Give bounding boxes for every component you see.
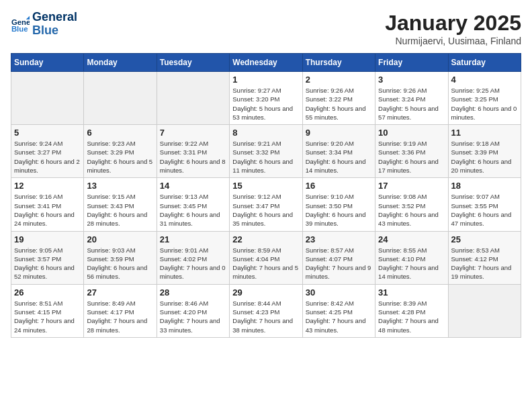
day-info: Sunrise: 9:22 AM Sunset: 3:31 PM Dayligh…: [160, 139, 226, 175]
weekday-header: Thursday: [302, 54, 375, 72]
calendar-cell: 22Sunrise: 8:59 AM Sunset: 4:04 PM Dayli…: [230, 231, 302, 284]
day-number: 31: [378, 287, 445, 298]
weekday-header: Sunday: [11, 54, 84, 72]
calendar-cell: [448, 284, 521, 337]
day-info: Sunrise: 8:55 AM Sunset: 4:10 PM Dayligh…: [378, 246, 445, 281]
day-number: 13: [87, 181, 153, 191]
calendar-cell: 5Sunrise: 9:24 AM Sunset: 3:27 PM Daylig…: [11, 125, 84, 178]
calendar-week-row: 12Sunrise: 9:16 AM Sunset: 3:41 PM Dayli…: [11, 178, 521, 231]
day-number: 24: [378, 234, 445, 244]
calendar-cell: 18Sunrise: 9:07 AM Sunset: 3:55 PM Dayli…: [448, 178, 521, 231]
calendar-cell: 19Sunrise: 9:05 AM Sunset: 3:57 PM Dayli…: [11, 231, 84, 284]
weekday-header: Wednesday: [230, 54, 302, 72]
logo-text-line2: Blue: [32, 24, 77, 38]
calendar-cell: 16Sunrise: 9:10 AM Sunset: 3:50 PM Dayli…: [302, 178, 375, 231]
day-number: 4: [451, 75, 518, 85]
weekday-header: Friday: [375, 54, 448, 72]
calendar-cell: 28Sunrise: 8:46 AM Sunset: 4:20 PM Dayli…: [157, 284, 229, 337]
day-number: 17: [378, 181, 445, 191]
calendar-week-row: 1Sunrise: 9:27 AM Sunset: 3:20 PM Daylig…: [11, 72, 521, 125]
calendar-cell: 20Sunrise: 9:03 AM Sunset: 3:59 PM Dayli…: [84, 231, 157, 284]
day-number: 6: [87, 128, 153, 138]
day-number: 23: [306, 234, 372, 244]
weekday-header: Saturday: [448, 54, 521, 72]
day-info: Sunrise: 8:42 AM Sunset: 4:25 PM Dayligh…: [306, 299, 372, 334]
day-number: 22: [232, 234, 299, 244]
day-info: Sunrise: 9:08 AM Sunset: 3:52 PM Dayligh…: [378, 192, 445, 228]
day-number: 25: [451, 234, 518, 244]
day-number: 30: [306, 287, 372, 298]
calendar-cell: 23Sunrise: 8:57 AM Sunset: 4:07 PM Dayli…: [302, 231, 375, 284]
day-info: Sunrise: 9:19 AM Sunset: 3:36 PM Dayligh…: [378, 139, 445, 175]
page-header: General Blue General Blue January 2025 N…: [11, 11, 521, 46]
day-number: 29: [232, 287, 299, 298]
calendar-cell: [11, 72, 84, 125]
title-area: January 2025 Nurmijaervi, Uusimaa, Finla…: [385, 11, 521, 46]
day-info: Sunrise: 9:25 AM Sunset: 3:25 PM Dayligh…: [451, 86, 518, 122]
day-info: Sunrise: 9:27 AM Sunset: 3:20 PM Dayligh…: [232, 86, 299, 122]
calendar-cell: 29Sunrise: 8:44 AM Sunset: 4:23 PM Dayli…: [230, 284, 302, 337]
day-info: Sunrise: 9:07 AM Sunset: 3:55 PM Dayligh…: [451, 192, 518, 228]
calendar-cell: 15Sunrise: 9:12 AM Sunset: 3:47 PM Dayli…: [230, 178, 302, 231]
day-info: Sunrise: 9:16 AM Sunset: 3:41 PM Dayligh…: [14, 192, 81, 228]
calendar-cell: 11Sunrise: 9:18 AM Sunset: 3:39 PM Dayli…: [448, 125, 521, 178]
day-number: 12: [14, 181, 81, 191]
day-info: Sunrise: 9:12 AM Sunset: 3:47 PM Dayligh…: [232, 192, 299, 228]
day-info: Sunrise: 9:18 AM Sunset: 3:39 PM Dayligh…: [451, 139, 518, 175]
calendar-cell: 10Sunrise: 9:19 AM Sunset: 3:36 PM Dayli…: [375, 125, 448, 178]
calendar-cell: 9Sunrise: 9:20 AM Sunset: 3:34 PM Daylig…: [302, 125, 375, 178]
day-info: Sunrise: 9:21 AM Sunset: 3:32 PM Dayligh…: [232, 139, 299, 175]
day-info: Sunrise: 9:23 AM Sunset: 3:29 PM Dayligh…: [87, 139, 153, 175]
calendar-cell: 30Sunrise: 8:42 AM Sunset: 4:25 PM Dayli…: [302, 284, 375, 337]
day-number: 26: [14, 287, 81, 298]
logo: General Blue General Blue: [11, 11, 77, 38]
calendar-cell: 3Sunrise: 9:26 AM Sunset: 3:24 PM Daylig…: [375, 72, 448, 125]
calendar-table: SundayMondayTuesdayWednesdayThursdayFrid…: [11, 53, 521, 338]
day-number: 20: [87, 234, 153, 244]
calendar-cell: 13Sunrise: 9:15 AM Sunset: 3:43 PM Dayli…: [84, 178, 157, 231]
logo-blue-text: Blue: [32, 24, 58, 37]
day-info: Sunrise: 9:13 AM Sunset: 3:45 PM Dayligh…: [160, 192, 226, 228]
day-number: 18: [451, 181, 518, 191]
calendar-week-row: 19Sunrise: 9:05 AM Sunset: 3:57 PM Dayli…: [11, 231, 521, 284]
day-info: Sunrise: 9:03 AM Sunset: 3:59 PM Dayligh…: [87, 246, 153, 281]
calendar-cell: 8Sunrise: 9:21 AM Sunset: 3:32 PM Daylig…: [230, 125, 302, 178]
calendar-subtitle: Nurmijaervi, Uusimaa, Finland: [385, 36, 521, 46]
day-info: Sunrise: 8:39 AM Sunset: 4:28 PM Dayligh…: [378, 299, 445, 334]
calendar-cell: [157, 72, 229, 125]
day-info: Sunrise: 8:51 AM Sunset: 4:15 PM Dayligh…: [14, 299, 81, 334]
calendar-cell: 24Sunrise: 8:55 AM Sunset: 4:10 PM Dayli…: [375, 231, 448, 284]
day-info: Sunrise: 8:53 AM Sunset: 4:12 PM Dayligh…: [451, 246, 518, 281]
day-number: 27: [87, 287, 153, 298]
day-number: 7: [160, 128, 226, 138]
day-number: 1: [232, 75, 299, 85]
day-number: 8: [232, 128, 299, 138]
calendar-week-row: 5Sunrise: 9:24 AM Sunset: 3:27 PM Daylig…: [11, 125, 521, 178]
calendar-cell: 6Sunrise: 9:23 AM Sunset: 3:29 PM Daylig…: [84, 125, 157, 178]
calendar-title: January 2025: [385, 11, 521, 36]
day-number: 11: [451, 128, 518, 138]
day-number: 28: [160, 287, 226, 298]
calendar-cell: 1Sunrise: 9:27 AM Sunset: 3:20 PM Daylig…: [230, 72, 302, 125]
day-number: 16: [306, 181, 372, 191]
day-info: Sunrise: 8:59 AM Sunset: 4:04 PM Dayligh…: [232, 246, 299, 281]
calendar-cell: 12Sunrise: 9:16 AM Sunset: 3:41 PM Dayli…: [11, 178, 84, 231]
day-info: Sunrise: 9:15 AM Sunset: 3:43 PM Dayligh…: [87, 192, 153, 228]
calendar-cell: 31Sunrise: 8:39 AM Sunset: 4:28 PM Dayli…: [375, 284, 448, 337]
day-info: Sunrise: 8:44 AM Sunset: 4:23 PM Dayligh…: [232, 299, 299, 334]
day-info: Sunrise: 9:26 AM Sunset: 3:24 PM Dayligh…: [378, 86, 445, 122]
day-info: Sunrise: 9:01 AM Sunset: 4:02 PM Dayligh…: [160, 246, 226, 281]
day-info: Sunrise: 9:26 AM Sunset: 3:22 PM Dayligh…: [306, 86, 372, 122]
day-number: 19: [14, 234, 81, 244]
svg-text:Blue: Blue: [11, 24, 28, 32]
day-info: Sunrise: 9:20 AM Sunset: 3:34 PM Dayligh…: [306, 139, 372, 175]
calendar-cell: 14Sunrise: 9:13 AM Sunset: 3:45 PM Dayli…: [157, 178, 229, 231]
calendar-cell: 2Sunrise: 9:26 AM Sunset: 3:22 PM Daylig…: [302, 72, 375, 125]
day-number: 15: [232, 181, 299, 191]
weekday-header: Monday: [84, 54, 157, 72]
day-number: 3: [378, 75, 445, 85]
day-info: Sunrise: 8:46 AM Sunset: 4:20 PM Dayligh…: [160, 299, 226, 334]
calendar-cell: 21Sunrise: 9:01 AM Sunset: 4:02 PM Dayli…: [157, 231, 229, 284]
calendar-cell: [84, 72, 157, 125]
day-info: Sunrise: 9:24 AM Sunset: 3:27 PM Dayligh…: [14, 139, 81, 175]
